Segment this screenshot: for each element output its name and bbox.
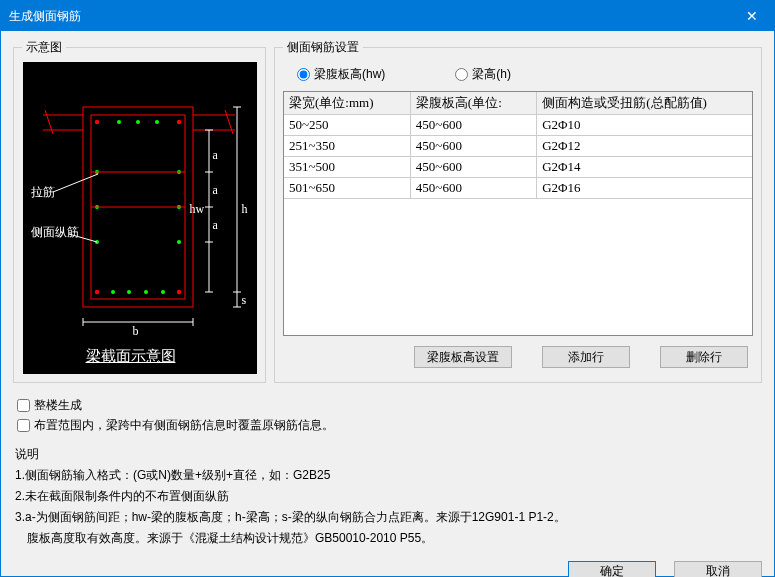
rebar-table: 梁宽(单位:mm) 梁腹板高(单位: 侧面构造或受扭筋(总配筋值) 50~250… bbox=[284, 92, 752, 199]
table-cell[interactable]: 450~600 bbox=[410, 157, 536, 178]
checkbox-area: 整楼生成 布置范围内，梁跨中有侧面钢筋信息时覆盖原钢筋信息。 bbox=[17, 395, 762, 436]
svg-point-10 bbox=[94, 290, 98, 294]
cad-label-hw: hw bbox=[190, 202, 205, 217]
table-cell[interactable]: 50~250 bbox=[284, 115, 410, 136]
dialog-window: 生成侧面钢筋 ✕ 示意图 bbox=[0, 0, 775, 577]
table-row[interactable]: 351~500450~600G2Φ14 bbox=[284, 157, 752, 178]
table-row[interactable]: 50~250450~600G2Φ10 bbox=[284, 115, 752, 136]
ok-button[interactable]: 确定 bbox=[568, 561, 656, 577]
svg-point-9 bbox=[176, 120, 180, 124]
cad-caption: 梁截面示意图 bbox=[86, 347, 176, 366]
cad-label-s: s bbox=[242, 293, 247, 308]
table-cell[interactable]: G2Φ10 bbox=[537, 115, 752, 136]
radio-hw[interactable]: 梁腹板高(hw) bbox=[297, 66, 385, 83]
table-cell[interactable]: 351~500 bbox=[284, 157, 410, 178]
cad-label-a2: a bbox=[213, 183, 218, 198]
svg-point-11 bbox=[176, 290, 180, 294]
cad-svg bbox=[23, 62, 257, 374]
radio-hw-input[interactable] bbox=[297, 68, 310, 81]
cad-label-b: b bbox=[133, 324, 139, 339]
col-header-hw[interactable]: 梁腹板高(单位: bbox=[410, 92, 536, 115]
table-cell[interactable]: G2Φ16 bbox=[537, 178, 752, 199]
svg-point-16 bbox=[127, 290, 131, 294]
svg-point-17 bbox=[144, 290, 148, 294]
diagram-group-title: 示意图 bbox=[22, 39, 66, 56]
table-cell[interactable]: 501~650 bbox=[284, 178, 410, 199]
chk-overwrite[interactable]: 布置范围内，梁跨中有侧面钢筋信息时覆盖原钢筋信息。 bbox=[17, 415, 762, 435]
chk-overwrite-input[interactable] bbox=[17, 419, 30, 432]
chk-whole-building[interactable]: 整楼生成 bbox=[17, 395, 762, 415]
svg-point-13 bbox=[136, 120, 140, 124]
help-line-1: 1.侧面钢筋输入格式：(G或N)数量+级别+直径，如：G2B25 bbox=[15, 465, 762, 486]
help-text: 说明 1.侧面钢筋输入格式：(G或N)数量+级别+直径，如：G2B25 2.未在… bbox=[15, 444, 762, 549]
table-cell[interactable]: G2Φ12 bbox=[537, 136, 752, 157]
table-button-row: 梁腹板高设置 添加行 删除行 bbox=[283, 346, 753, 368]
svg-point-15 bbox=[111, 290, 115, 294]
diagram-group: 示意图 bbox=[13, 39, 266, 383]
table-cell[interactable]: 450~600 bbox=[410, 178, 536, 199]
svg-point-8 bbox=[94, 120, 98, 124]
table-cell[interactable]: G2Φ14 bbox=[537, 157, 752, 178]
help-line-2: 2.未在截面限制条件内的不布置侧面纵筋 bbox=[15, 486, 762, 507]
radio-row: 梁腹板高(hw) 梁高(h) bbox=[283, 62, 753, 91]
col-header-rebar[interactable]: 侧面构造或受扭筋(总配筋值) bbox=[537, 92, 752, 115]
section-diagram: 拉筋 侧面纵筋 a a a hw h s b 梁截面示意图 bbox=[23, 62, 257, 374]
table-cell[interactable]: 450~600 bbox=[410, 136, 536, 157]
window-title: 生成侧面钢筋 bbox=[9, 8, 729, 25]
cad-label-lajin: 拉筋 bbox=[31, 184, 55, 201]
help-line-4: 腹板高度取有效高度。来源于《混凝土结构设计规范》GB50010-2010 P55… bbox=[15, 528, 762, 549]
settings-group: 侧面钢筋设置 梁腹板高(hw) 梁高(h) 梁宽(单位:mm) 梁腹板高(单位:… bbox=[274, 39, 762, 383]
close-button[interactable]: ✕ bbox=[729, 1, 774, 31]
delete-row-button[interactable]: 删除行 bbox=[660, 346, 748, 368]
cad-label-h: h bbox=[242, 202, 248, 217]
add-row-button[interactable]: 添加行 bbox=[542, 346, 630, 368]
cad-label-zongjin: 侧面纵筋 bbox=[31, 224, 79, 241]
table-row[interactable]: 501~650450~600G2Φ16 bbox=[284, 178, 752, 199]
dialog-body: 示意图 bbox=[1, 31, 774, 557]
table-row[interactable]: 251~350450~600G2Φ12 bbox=[284, 136, 752, 157]
radio-h-input[interactable] bbox=[455, 68, 468, 81]
svg-point-18 bbox=[161, 290, 165, 294]
table-cell[interactable]: 450~600 bbox=[410, 115, 536, 136]
chk-whole-building-input[interactable] bbox=[17, 399, 30, 412]
svg-point-24 bbox=[177, 240, 181, 244]
col-header-width[interactable]: 梁宽(单位:mm) bbox=[284, 92, 410, 115]
dialog-footer: 确定 取消 bbox=[1, 557, 774, 577]
settings-group-title: 侧面钢筋设置 bbox=[283, 39, 363, 56]
table-container[interactable]: 梁宽(单位:mm) 梁腹板高(单位: 侧面构造或受扭筋(总配筋值) 50~250… bbox=[283, 91, 753, 336]
radio-h[interactable]: 梁高(h) bbox=[455, 66, 511, 83]
titlebar: 生成侧面钢筋 ✕ bbox=[1, 1, 774, 31]
table-cell[interactable]: 251~350 bbox=[284, 136, 410, 157]
help-line-3: 3.a-为侧面钢筋间距；hw-梁的腹板高度；h-梁高；s-梁的纵向钢筋合力点距离… bbox=[15, 507, 762, 528]
cad-label-a3: a bbox=[213, 218, 218, 233]
cancel-button[interactable]: 取消 bbox=[674, 561, 762, 577]
help-title: 说明 bbox=[15, 444, 762, 465]
cad-label-a1: a bbox=[213, 148, 218, 163]
hw-setting-button[interactable]: 梁腹板高设置 bbox=[414, 346, 512, 368]
svg-point-12 bbox=[117, 120, 121, 124]
svg-point-14 bbox=[155, 120, 159, 124]
